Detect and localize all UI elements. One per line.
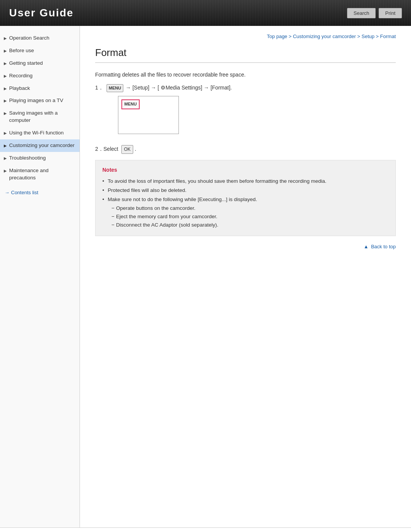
header-buttons: Search Print	[347, 8, 402, 18]
breadcrumb-format[interactable]: Format	[380, 34, 396, 39]
breadcrumb-setup[interactable]: Setup	[362, 34, 374, 39]
step-2: 2．Select OK .	[95, 145, 396, 154]
note-item-1: To avoid the loss of important files, yo…	[102, 177, 389, 185]
step1-num: 1．	[95, 83, 104, 92]
footer: 113 Copyright 2013 Sony Corporation	[0, 527, 411, 532]
sidebar-item-getting-started[interactable]: ▶ Getting started	[0, 57, 80, 70]
search-button[interactable]: Search	[347, 8, 376, 18]
intro-text: Formatting deletes all the files to reco…	[95, 70, 396, 79]
header-title: User Guide	[9, 7, 73, 19]
sidebar-arrow: ▶	[4, 61, 7, 66]
sidebar-arrow: ▶	[4, 86, 7, 91]
header: User Guide Search Print	[0, 0, 411, 26]
sidebar-arrow: ▶	[4, 111, 7, 116]
sidebar-item-label: Playing images on a TV	[9, 97, 63, 104]
sidebar-arrow: ▶	[4, 48, 7, 54]
sidebar-item-playback[interactable]: ▶ Playback	[0, 82, 80, 95]
notes-title: Notes	[102, 166, 389, 174]
sidebar-item-label: Customizing your camcorder	[9, 142, 75, 149]
breadcrumb-sep1: >	[288, 34, 293, 39]
print-button[interactable]: Print	[379, 8, 402, 18]
breadcrumb-top[interactable]: Top page	[267, 34, 287, 39]
sidebar-item-label: Using the Wi-Fi function	[9, 129, 64, 137]
sidebar-arrow: ▶	[4, 168, 7, 174]
sidebar-item-maintenance[interactable]: ▶ Maintenance and precautions	[0, 165, 80, 184]
contents-list-link[interactable]: → Contents list	[0, 186, 80, 199]
sidebar-item-saving-images[interactable]: ▶ Saving images with a computer	[0, 107, 80, 127]
step2-suffix: .	[135, 146, 136, 152]
page-title: Format	[95, 47, 396, 63]
sidebar-item-label: Maintenance and precautions	[9, 167, 75, 182]
breadcrumb-sep3: >	[376, 34, 380, 39]
sidebar-item-label: Recording	[9, 72, 33, 80]
ok-button-inline: OK	[121, 145, 133, 154]
sidebar-arrow: ▶	[4, 98, 7, 104]
note-item-3: Make sure not to do the following while …	[102, 196, 389, 229]
sidebar-arrow: ▶	[4, 156, 7, 161]
main-layout: ▶ Operation Search ▶ Before use ▶ Gettin…	[0, 26, 411, 527]
sidebar-arrow: ▶	[4, 143, 7, 149]
sidebar-item-troubleshooting[interactable]: ▶ Troubleshooting	[0, 152, 80, 165]
breadcrumb-sep2: >	[357, 34, 362, 39]
back-to-top-arrow-icon: ▲	[363, 244, 368, 249]
menu-button-inline: MENU	[107, 84, 123, 93]
sidebar-item-playing-images[interactable]: ▶ Playing images on a TV	[0, 94, 80, 107]
sidebar-item-before-use[interactable]: ▶ Before use	[0, 45, 80, 57]
sidebar-item-customizing[interactable]: ▶ Customizing your camcorder	[0, 139, 80, 152]
step2-num: 2．Select	[95, 145, 118, 153]
sub-note-1: Operate buttons on the camcorder.	[112, 204, 389, 212]
notes-list: To avoid the loss of important files, yo…	[102, 177, 389, 229]
sidebar-item-wifi[interactable]: ▶ Using the Wi-Fi function	[0, 127, 80, 139]
menu-screenshot: MENU	[118, 96, 179, 134]
contents-link-label: Contents list	[11, 190, 38, 195]
sidebar-item-label: Before use	[9, 47, 34, 54]
sidebar-item-label: Operation Search	[9, 35, 49, 42]
step1-content: MENU → [Setup] → [ ⚙Media Settings] → [F…	[107, 83, 396, 140]
sidebar-item-label: Playback	[9, 85, 30, 92]
sub-notes-list: Operate buttons on the camcorder. Eject …	[108, 204, 389, 229]
sidebar-item-label: Saving images with a computer	[9, 110, 75, 124]
step2-content: OK .	[121, 145, 396, 154]
sidebar-arrow: ▶	[4, 36, 7, 41]
menu-screenshot-menu-label: MENU	[121, 99, 140, 109]
sub-note-3: Disconnect the AC Adaptor (sold separate…	[112, 221, 389, 229]
sidebar: ▶ Operation Search ▶ Before use ▶ Gettin…	[0, 26, 80, 527]
step-1: 1． MENU → [Setup] → [ ⚙Media Settings] →…	[95, 83, 396, 140]
arrow-right-icon: →	[5, 190, 10, 195]
note-item-2: Protected files will also be deleted.	[102, 187, 389, 194]
sidebar-item-label: Troubleshooting	[9, 155, 46, 162]
content-body: Formatting deletes all the files to reco…	[95, 70, 396, 236]
breadcrumb: Top page > Customizing your camcorder > …	[95, 34, 396, 39]
menu-screenshot-area: MENU	[107, 92, 396, 140]
sidebar-arrow: ▶	[4, 131, 7, 136]
breadcrumb-customizing[interactable]: Customizing your camcorder	[293, 34, 356, 39]
step1-text: → [Setup] → [ ⚙Media Settings] → [Format…	[126, 85, 232, 91]
back-to-top[interactable]: ▲ Back to top	[95, 244, 396, 249]
sidebar-item-recording[interactable]: ▶ Recording	[0, 70, 80, 82]
sidebar-item-label: Getting started	[9, 60, 43, 67]
back-to-top-label: Back to top	[371, 244, 396, 249]
sidebar-item-operation-search[interactable]: ▶ Operation Search	[0, 32, 80, 45]
sub-note-2: Eject the memory card from your camcorde…	[112, 213, 389, 220]
notes-box: Notes To avoid the loss of important fil…	[95, 160, 396, 236]
sidebar-arrow: ▶	[4, 73, 7, 79]
content-area: Top page > Customizing your camcorder > …	[80, 26, 411, 527]
